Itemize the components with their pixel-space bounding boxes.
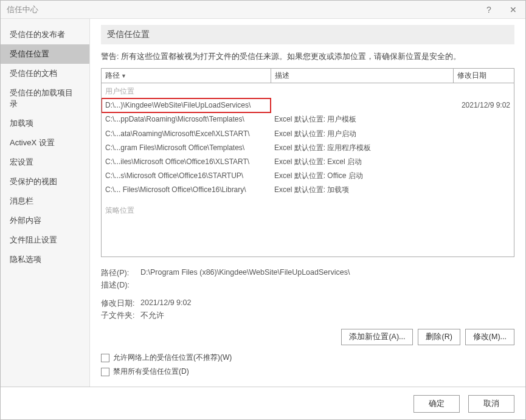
table-row[interactable]: C:\...s\Microsoft Office\Office16\STARTU… — [102, 169, 514, 183]
cell-desc — [271, 98, 453, 112]
help-button[interactable]: ? — [477, 1, 501, 18]
details-path-label: 路径(P): — [101, 268, 140, 278]
remove-button[interactable]: 删除(R) — [418, 329, 460, 345]
cell-path: C:\...gram Files\Microsoft Office\Templa… — [102, 141, 271, 155]
sidebar-item-trusted-locations[interactable]: 受信任位置 — [1, 44, 89, 64]
table-row[interactable]: C:\...ata\Roaming\Microsoft\Excel\XLSTAR… — [102, 127, 514, 141]
cell-desc: Excel 默认位置: 用户启动 — [271, 127, 453, 141]
sidebar-item-activex[interactable]: ActiveX 设置 — [1, 133, 89, 153]
cell-desc: Excel 默认位置: 用户模板 — [271, 112, 453, 126]
cell-date: 2021/12/9 9:02 — [453, 98, 514, 112]
table-row[interactable]: C:\...iles\Microsoft Office\Office16\XLS… — [102, 155, 514, 169]
table-header: 路径▼ 描述 修改日期 — [102, 69, 514, 83]
table-row[interactable]: C:\... Files\Microsoft Office\Office16\L… — [102, 183, 514, 197]
cell-path: C:\...s\Microsoft Office\Office16\STARTU… — [102, 169, 271, 183]
col-date[interactable]: 修改日期 — [453, 69, 514, 83]
table-row[interactable]: C:\...gram Files\Microsoft Office\Templa… — [102, 141, 514, 155]
checkbox-icon — [101, 354, 109, 362]
cell-date — [453, 169, 514, 183]
cell-desc: Excel 默认位置: 应用程序模板 — [271, 141, 453, 155]
sidebar-item-privacy[interactable]: 隐私选项 — [1, 250, 89, 269]
button-row: 添加新位置(A)... 删除(R) 修改(M)... — [101, 329, 514, 345]
sidebar-item-trusted-documents[interactable]: 受信任的文档 — [1, 64, 89, 83]
cell-path: C:\...ata\Roaming\Microsoft\Excel\XLSTAR… — [102, 127, 271, 141]
details-desc-label: 描述(D): — [101, 280, 140, 291]
sidebar-item-file-block[interactable]: 文件阻止设置 — [1, 230, 89, 250]
cancel-button[interactable]: 取消 — [468, 395, 514, 413]
close-button[interactable]: ✕ — [501, 1, 525, 18]
cell-date — [453, 183, 514, 197]
sidebar-item-protected-view[interactable]: 受保护的视图 — [1, 172, 89, 191]
cell-desc: Excel 默认位置: Office 启动 — [271, 169, 453, 183]
sidebar-item-trusted-catalogs[interactable]: 受信任的加载项目录 — [1, 83, 89, 114]
sidebar-item-macro[interactable]: 宏设置 — [1, 153, 89, 172]
cell-desc: Excel 默认位置: Excel 启动 — [271, 155, 453, 169]
ok-button[interactable]: 确定 — [414, 395, 460, 413]
checkbox-label: 禁用所有受信任位置(D) — [113, 367, 189, 377]
checkbox-allow-network[interactable]: 允许网络上的受信任位置(不推荐)(W) — [101, 353, 514, 363]
cell-path: C:\...iles\Microsoft Office\Office16\XLS… — [102, 155, 271, 169]
cell-path: C:\... Files\Microsoft Office\Office16\L… — [102, 183, 271, 197]
table-row[interactable]: D:\...)\Kingdee\WebSite\FileUpLoadServic… — [102, 98, 514, 112]
details-panel: 路径(P): D:\Program Files (x86)\Kingdee\We… — [101, 268, 514, 323]
sidebar-item-addins[interactable]: 加载项 — [1, 114, 89, 133]
cell-date — [453, 141, 514, 155]
details-desc-value — [140, 280, 514, 291]
main-area: 受信任的发布者 受信任位置 受信任的文档 受信任的加载项目录 加载项 Activ… — [1, 19, 525, 387]
sidebar: 受信任的发布者 受信任位置 受信任的文档 受信任的加载项目录 加载项 Activ… — [1, 19, 90, 387]
checkbox-disable-all[interactable]: 禁用所有受信任位置(D) — [101, 367, 514, 377]
section-policy: 策略位置 — [102, 198, 514, 218]
col-desc[interactable]: 描述 — [271, 69, 453, 83]
cell-desc: Excel 默认位置: 加载项 — [271, 183, 453, 197]
warning-text: 警告: 所有这些位置都被视为打开文件的受信任来源。如果您更改或添加位置，请确保新… — [101, 52, 514, 62]
sort-arrow-icon: ▼ — [121, 73, 126, 79]
page-heading: 受信任位置 — [101, 25, 514, 44]
sidebar-item-message-bar[interactable]: 消息栏 — [1, 191, 89, 211]
modify-button[interactable]: 修改(M)... — [465, 329, 514, 345]
dialog-footer: 确定 取消 — [1, 387, 525, 420]
content-pane: 受信任位置 警告: 所有这些位置都被视为打开文件的受信任来源。如果您更改或添加位… — [90, 19, 525, 387]
details-subfolder-value: 不允许 — [140, 311, 514, 321]
details-subfolder-label: 子文件夹: — [101, 311, 140, 321]
cell-date — [453, 155, 514, 169]
details-path-value: D:\Program Files (x86)\Kingdee\WebSite\F… — [140, 268, 514, 278]
add-location-button[interactable]: 添加新位置(A)... — [341, 329, 413, 345]
section-user: 用户位置 — [102, 83, 514, 99]
details-date-value: 2021/12/9 9:02 — [140, 298, 514, 309]
locations-table[interactable]: 路径▼ 描述 修改日期 用户位置 D:\...)\Kingdee\WebSite… — [101, 68, 514, 257]
cell-path: D:\...)\Kingdee\WebSite\FileUpLoadServic… — [102, 98, 271, 112]
details-date-label: 修改日期: — [101, 298, 140, 309]
checkbox-label: 允许网络上的受信任位置(不推荐)(W) — [113, 353, 232, 363]
cell-path: C:\...ppData\Roaming\Microsoft\Templates… — [102, 112, 271, 126]
cell-date — [453, 112, 514, 126]
window-title: 信任中心 — [7, 4, 477, 15]
sidebar-item-external-content[interactable]: 外部内容 — [1, 211, 89, 230]
titlebar: 信任中心 ? ✕ — [1, 1, 525, 19]
checkbox-icon — [101, 368, 109, 376]
sidebar-item-trusted-publishers[interactable]: 受信任的发布者 — [1, 25, 89, 44]
col-path[interactable]: 路径▼ — [102, 69, 271, 83]
table-row[interactable]: C:\...ppData\Roaming\Microsoft\Templates… — [102, 112, 514, 126]
cell-date — [453, 127, 514, 141]
